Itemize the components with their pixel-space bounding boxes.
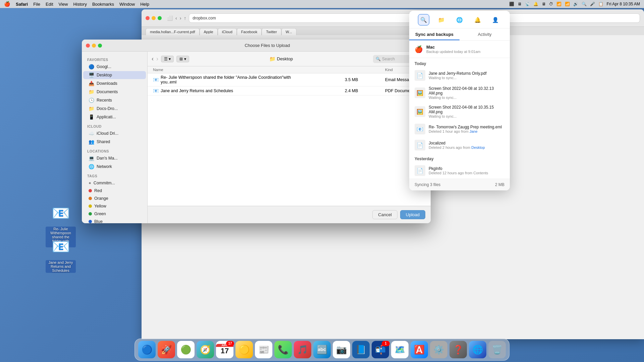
dock-music[interactable]: 🎵	[294, 341, 311, 358]
cancel-button[interactable]: Cancel	[372, 210, 397, 219]
share-icon[interactable]: ↑	[184, 15, 186, 21]
nav-forward-button[interactable]: ›	[156, 55, 158, 62]
db-deleted-from-link-4[interactable]: Desktop	[471, 145, 485, 149]
tab-activity[interactable]: Activity	[460, 28, 510, 40]
tab-sync-backups[interactable]: Sync and backups	[409, 28, 460, 40]
sidebar-item-network[interactable]: 🌐 Network	[83, 163, 146, 171]
menubar-notification-icon[interactable]: 📋	[598, 2, 603, 6]
menu-help[interactable]: Help	[140, 2, 149, 7]
today-label: Today	[409, 58, 510, 67]
dock-appstore[interactable]: 🅰️	[411, 341, 428, 358]
db-item-jocalized[interactable]: 📄 Jocalized Deleted 2 hours ago from Des…	[409, 137, 510, 153]
dock-contacts[interactable]: 🟡	[235, 341, 253, 358]
dock-help[interactable]: ❓	[449, 341, 467, 358]
dock-photos[interactable]: 📷	[333, 341, 350, 358]
sidebar-item-dans-mac[interactable]: 💻 Dan's Ma...	[83, 154, 146, 162]
nav-back-button[interactable]: ‹	[152, 55, 154, 62]
minimize-button[interactable]	[152, 16, 156, 20]
file-row-0[interactable]: 📧 Re- Julie Witherspoon shared the folde…	[148, 73, 431, 86]
dock-browser[interactable]: 🌐	[469, 341, 486, 358]
fullscreen-button[interactable]	[158, 16, 162, 20]
close-button[interactable]	[146, 16, 150, 20]
menu-view[interactable]: View	[59, 2, 68, 7]
tab-apple[interactable]: Apple	[200, 28, 218, 35]
sidebar-item-tag-blue[interactable]: Blue	[83, 218, 146, 223]
menu-history[interactable]: History	[73, 2, 87, 7]
menu-app-name[interactable]: Safari	[16, 2, 28, 7]
db-globe-button[interactable]: 🌐	[454, 14, 465, 25]
dialog-fullscreen[interactable]	[98, 44, 102, 48]
forward-icon[interactable]: ›	[180, 15, 181, 21]
menubar-time-machine-icon[interactable]: ⏱	[549, 2, 553, 6]
sidebar-item-tag-red[interactable]: Red	[83, 187, 146, 194]
menu-file[interactable]: File	[33, 2, 40, 7]
dock-settings[interactable]: ⚙️	[430, 341, 447, 358]
db-search-button[interactable]: 🔍	[418, 14, 429, 25]
dock-news[interactable]: 📰	[255, 341, 272, 358]
db-item-zaugg-meeting[interactable]: 📧 Re- Tomorrow's Zaugg Prep meeting.eml …	[409, 121, 510, 137]
tab-w[interactable]: W...	[281, 28, 297, 35]
tab-twitter[interactable]: Twitter	[262, 28, 281, 35]
sidebar-item-tag-green[interactable]: Green	[83, 210, 146, 218]
menubar-bluetooth-icon[interactable]: 📶	[556, 2, 561, 6]
dock-launchpad[interactable]: 🚀	[158, 341, 175, 358]
sidebar-item-documents[interactable]: 📁 Documents	[83, 88, 146, 96]
db-item-screenshot-1[interactable]: 🖼️ Screen Shot 2022-04-08 at 10.32.13 AM…	[409, 83, 510, 102]
sidebar-item-docs-dro[interactable]: 📁 Docs-Dro...	[83, 105, 146, 113]
grid-view-button[interactable]: ⊞ ▾	[176, 56, 189, 62]
menubar-search-icon[interactable]: 🔍	[582, 2, 587, 6]
file-icon-1: 📧	[153, 88, 159, 94]
menubar-wifi-icon[interactable]: 📶	[565, 2, 570, 6]
dialog-close[interactable]	[86, 44, 90, 48]
db-bell-button[interactable]: 🔔	[472, 14, 483, 25]
sidebar-item-tag-yellow[interactable]: Yellow	[83, 202, 146, 210]
menu-bookmarks[interactable]: Bookmarks	[92, 2, 114, 7]
dock-word[interactable]: 📘	[352, 341, 370, 358]
db-profile-button[interactable]: 👤	[490, 14, 501, 25]
dock-calendar[interactable]: APR 17	[216, 341, 233, 358]
sidebar-item-recents[interactable]: 🕒 Recents	[83, 96, 146, 104]
list-view-button[interactable]: ☰ ▾	[161, 56, 174, 62]
dock-outlook[interactable]: 📬	[372, 341, 389, 358]
menu-edit[interactable]: Edit	[46, 2, 53, 7]
dock-maps[interactable]: 🗺️	[391, 341, 409, 358]
menubar-dropbox-icon[interactable]: ⬛	[509, 2, 514, 6]
upload-button[interactable]: Upload	[400, 210, 425, 219]
dialog-minimize[interactable]	[92, 44, 96, 48]
file-row-1[interactable]: 📧 Jane and Jerry Returns and Schedules 2…	[148, 86, 431, 96]
sidebar-item-google[interactable]: 🔵 Googl...	[83, 63, 146, 71]
menubar-display-icon[interactable]: 🖥	[542, 2, 546, 6]
sidebar-item-commitm[interactable]: ● Commitm...	[83, 179, 146, 187]
menubar-volume-icon[interactable]: 🔊	[573, 2, 578, 6]
apple-menu[interactable]: 🍎	[4, 1, 10, 7]
db-item-jane-returns[interactable]: 📄 Jane and Jerry-Returns Only.pdf Waitin…	[409, 67, 510, 83]
db-folder-button[interactable]: 📁	[436, 14, 447, 25]
menubar-siri-icon[interactable]: 🎤	[590, 2, 595, 6]
tab-media[interactable]: media.hollan...F-current.pdf	[146, 28, 200, 35]
menubar-screen-icon[interactable]: 🖥	[518, 2, 522, 6]
dock-trash[interactable]: 🗑️	[488, 341, 506, 358]
db-mac-subtitle: Backup updated today at 9:01am	[426, 50, 480, 54]
dock-finder[interactable]: 🔵	[138, 341, 156, 358]
dock-chrome[interactable]: 🟢	[177, 341, 195, 358]
back-icon[interactable]: ‹	[175, 15, 177, 21]
sidebar-item-tag-orange[interactable]: Orange	[83, 195, 146, 202]
menubar-cast-icon[interactable]: 📡	[525, 2, 530, 6]
menu-window[interactable]: Window	[119, 2, 135, 7]
sidebar-item-applications[interactable]: 📱 Applicati...	[83, 113, 146, 121]
db-deleted-from-link-3[interactable]: Jane	[470, 129, 478, 133]
sidebar-item-desktop[interactable]: 🖥️ Desktop	[83, 71, 146, 79]
sidebar-item-icloud-drive[interactable]: ☁️ iCloud Dri...	[83, 129, 146, 137]
db-item-pkginfo[interactable]: 📄 PkgInfo Deleted 12 hours ago from Cont…	[409, 163, 510, 179]
db-item-screenshot-2[interactable]: 🖼️ Screen Shot 2022-04-08 at 10.35.15 AM…	[409, 102, 510, 121]
sidebar-toggle-icon[interactable]: ⬜	[167, 15, 173, 21]
dock-safari[interactable]: 🧭	[197, 341, 214, 358]
menubar-bell-icon[interactable]: 🔔	[533, 2, 538, 6]
dock-translit[interactable]: 🔤	[313, 341, 331, 358]
tab-facebook[interactable]: Facebook	[237, 28, 262, 35]
sidebar-item-shared[interactable]: 👥 Shared	[83, 138, 146, 146]
desktop-file-1[interactable]: 📧 Jane and Jerry Returns and Schedules	[46, 235, 76, 273]
sidebar-item-downloads[interactable]: 📥 Downloads	[83, 79, 146, 87]
tab-icloud[interactable]: iCloud	[218, 28, 237, 35]
dock-facetime[interactable]: 📞	[274, 341, 292, 358]
